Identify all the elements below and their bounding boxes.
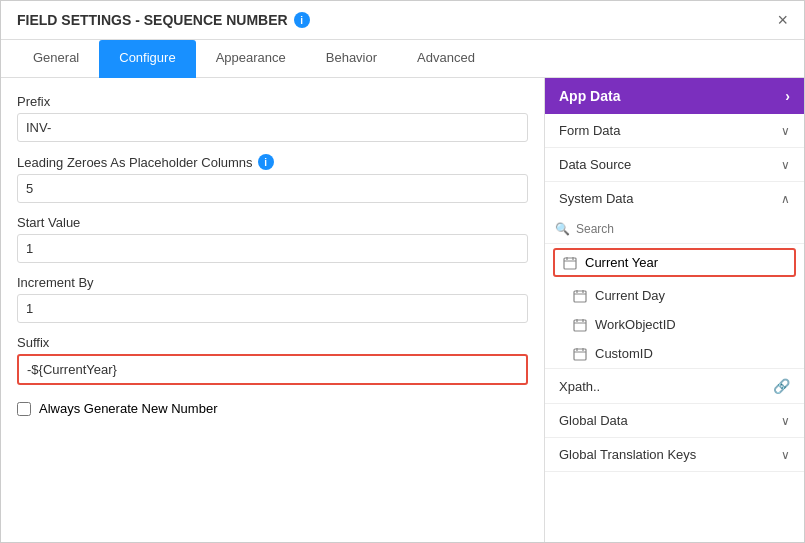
system-item-workobjectid[interactable]: WorkObjectID bbox=[545, 310, 804, 339]
system-data-chevron-icon: ∧ bbox=[781, 192, 790, 206]
dialog-title: FIELD SETTINGS - SEQUENCE NUMBER i bbox=[17, 12, 310, 28]
always-generate-checkbox[interactable] bbox=[17, 402, 31, 416]
increment-by-input[interactable] bbox=[17, 294, 528, 323]
tab-general[interactable]: General bbox=[13, 40, 99, 78]
form-data-label: Form Data bbox=[559, 123, 620, 138]
start-value-label: Start Value bbox=[17, 215, 528, 230]
leading-zeroes-info-icon[interactable]: i bbox=[258, 154, 274, 170]
system-item-current-day[interactable]: Current Day bbox=[545, 281, 804, 310]
suffix-label: Suffix bbox=[17, 335, 528, 350]
global-data-accordion: Global Data ∨ bbox=[545, 404, 804, 438]
system-item-customid[interactable]: CustomID bbox=[545, 339, 804, 368]
start-value-group: Start Value bbox=[17, 215, 528, 263]
item-icon-workobjectid bbox=[573, 318, 587, 332]
svg-rect-0 bbox=[564, 258, 576, 269]
current-year-label: Current Year bbox=[585, 255, 658, 270]
system-data-accordion: System Data ∧ 🔍 bbox=[545, 182, 804, 369]
xpath-label: Xpath.. bbox=[559, 379, 600, 394]
system-data-body: 🔍 Current Year bbox=[545, 215, 804, 368]
item-icon-current-year bbox=[563, 256, 577, 270]
title-bar: FIELD SETTINGS - SEQUENCE NUMBER i × bbox=[1, 1, 804, 40]
right-panel: App Data › Form Data ∨ Data Source ∨ Sys… bbox=[544, 78, 804, 542]
suffix-input[interactable] bbox=[17, 354, 528, 385]
info-icon[interactable]: i bbox=[294, 12, 310, 28]
system-data-header[interactable]: System Data ∧ bbox=[545, 182, 804, 215]
search-row: 🔍 bbox=[545, 215, 804, 244]
xpath-row[interactable]: Xpath.. 🔗 bbox=[545, 369, 804, 404]
data-source-accordion: Data Source ∨ bbox=[545, 148, 804, 182]
left-panel: Prefix Leading Zeroes As Placeholder Col… bbox=[1, 78, 544, 542]
form-data-chevron-icon: ∨ bbox=[781, 124, 790, 138]
prefix-label: Prefix bbox=[17, 94, 528, 109]
always-generate-label: Always Generate New Number bbox=[39, 401, 217, 416]
global-data-chevron-icon: ∨ bbox=[781, 414, 790, 428]
dialog-body: Prefix Leading Zeroes As Placeholder Col… bbox=[1, 78, 804, 542]
checkbox-row: Always Generate New Number bbox=[17, 401, 528, 416]
global-translation-label: Global Translation Keys bbox=[559, 447, 696, 462]
data-source-chevron-icon: ∨ bbox=[781, 158, 790, 172]
global-data-label: Global Data bbox=[559, 413, 628, 428]
global-data-header[interactable]: Global Data ∨ bbox=[545, 404, 804, 437]
global-translation-header[interactable]: Global Translation Keys ∨ bbox=[545, 438, 804, 471]
tab-configure[interactable]: Configure bbox=[99, 40, 195, 78]
title-text: FIELD SETTINGS - SEQUENCE NUMBER bbox=[17, 12, 288, 28]
current-day-label: Current Day bbox=[595, 288, 665, 303]
search-input[interactable] bbox=[576, 222, 794, 236]
prefix-input[interactable] bbox=[17, 113, 528, 142]
leading-zeroes-label: Leading Zeroes As Placeholder Columns i bbox=[17, 154, 528, 170]
start-value-input[interactable] bbox=[17, 234, 528, 263]
svg-rect-8 bbox=[574, 320, 586, 331]
leading-zeroes-group: Leading Zeroes As Placeholder Columns i bbox=[17, 154, 528, 203]
prefix-group: Prefix bbox=[17, 94, 528, 142]
tab-advanced[interactable]: Advanced bbox=[397, 40, 495, 78]
item-icon-current-day bbox=[573, 289, 587, 303]
data-source-header[interactable]: Data Source ∨ bbox=[545, 148, 804, 181]
system-data-label: System Data bbox=[559, 191, 633, 206]
suffix-group: Suffix bbox=[17, 335, 528, 385]
increment-by-group: Increment By bbox=[17, 275, 528, 323]
item-icon-customid bbox=[573, 347, 587, 361]
global-translation-chevron-icon: ∨ bbox=[781, 448, 790, 462]
svg-rect-12 bbox=[574, 349, 586, 360]
app-data-chevron-icon: › bbox=[785, 88, 790, 104]
tab-behavior[interactable]: Behavior bbox=[306, 40, 397, 78]
svg-rect-4 bbox=[574, 291, 586, 302]
workobjectid-label: WorkObjectID bbox=[595, 317, 676, 332]
data-source-label: Data Source bbox=[559, 157, 631, 172]
close-button[interactable]: × bbox=[777, 11, 788, 29]
form-data-header[interactable]: Form Data ∨ bbox=[545, 114, 804, 147]
global-translation-accordion: Global Translation Keys ∨ bbox=[545, 438, 804, 472]
search-icon: 🔍 bbox=[555, 222, 570, 236]
app-data-header[interactable]: App Data › bbox=[545, 78, 804, 114]
form-data-accordion: Form Data ∨ bbox=[545, 114, 804, 148]
system-item-current-year[interactable]: Current Year bbox=[553, 248, 796, 277]
customid-label: CustomID bbox=[595, 346, 653, 361]
app-data-label: App Data bbox=[559, 88, 620, 104]
link-icon: 🔗 bbox=[773, 378, 790, 394]
tabs-bar: General Configure Appearance Behavior Ad… bbox=[1, 40, 804, 78]
dialog: FIELD SETTINGS - SEQUENCE NUMBER i × Gen… bbox=[0, 0, 805, 543]
increment-by-label: Increment By bbox=[17, 275, 528, 290]
tab-appearance[interactable]: Appearance bbox=[196, 40, 306, 78]
leading-zeroes-input[interactable] bbox=[17, 174, 528, 203]
